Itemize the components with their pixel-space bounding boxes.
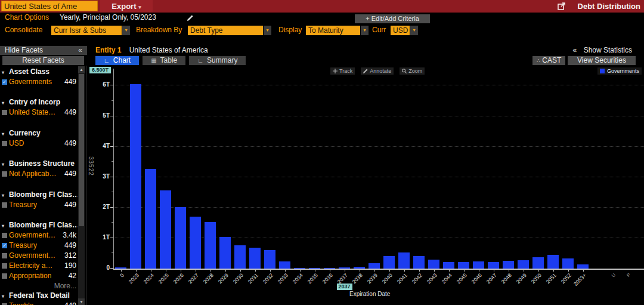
- checkbox-checked-icon[interactable]: ✓: [2, 79, 7, 85]
- bar-2044[interactable]: [443, 262, 454, 269]
- display-dropdown[interactable]: To Maturity ▾: [306, 26, 369, 35]
- tab-table[interactable]: ▦Table: [143, 56, 185, 65]
- show-statistics-button[interactable]: « Show Statistics: [573, 46, 632, 55]
- scroll-up-icon[interactable]: ▲: [78, 66, 85, 73]
- checkbox-unchecked-icon[interactable]: [2, 171, 7, 177]
- bar-2052[interactable]: [562, 258, 574, 269]
- facet-item[interactable]: Electricity a…190: [0, 261, 78, 271]
- tab-chart[interactable]: ∟Chart: [95, 56, 139, 65]
- checkbox-unchecked-icon[interactable]: [2, 141, 7, 146]
- caret-down-icon[interactable]: ▾: [122, 26, 130, 35]
- bar-2034[interactable]: [294, 268, 305, 269]
- checkbox-unchecked-icon[interactable]: [2, 273, 7, 279]
- facet-item-label[interactable]: Not Applicab…: [9, 169, 56, 179]
- chart-tool-zoom[interactable]: Zoom: [400, 67, 425, 75]
- hide-facets-button[interactable]: Hide Facets «: [0, 46, 87, 55]
- consolidate-dropdown[interactable]: Curr Issr & Subs ▾: [51, 26, 130, 35]
- bar-2038[interactable]: [354, 267, 365, 269]
- facet-item-label[interactable]: Government…: [9, 251, 55, 261]
- currency-dropdown[interactable]: USD ▾: [391, 26, 418, 35]
- edit-add-criteria-button[interactable]: + Edit/Add Criteria: [355, 14, 430, 23]
- bar-2040[interactable]: [383, 256, 395, 269]
- facet-item-label[interactable]: Electricity a…: [9, 261, 52, 271]
- checkbox-unchecked-icon[interactable]: [2, 202, 7, 208]
- bar-2047[interactable]: [488, 262, 499, 269]
- bar-2036[interactable]: [324, 268, 335, 269]
- bar-2039[interactable]: [369, 263, 380, 269]
- bar-2046[interactable]: [473, 261, 484, 269]
- scroll-down-icon[interactable]: ▼: [78, 298, 85, 305]
- chevron-down-icon[interactable]: ▾: [2, 129, 4, 139]
- chevron-down-icon[interactable]: ▾: [2, 159, 4, 170]
- facet-item[interactable]: Treasury449: [0, 200, 78, 210]
- pencil-icon[interactable]: [187, 14, 194, 21]
- maturity-distribution-chart[interactable]: 6.500T 33522 TrackAnnotateZoom Governmen…: [87, 66, 644, 305]
- bar-2030[interactable]: [234, 245, 246, 269]
- facet-item[interactable]: Appropriation42: [0, 271, 78, 281]
- facet-item[interactable]: Not Applicab…449: [0, 169, 78, 179]
- facet-item-label[interactable]: Taxable: [9, 301, 33, 305]
- checkbox-unchecked-icon[interactable]: [2, 263, 7, 269]
- bar-2028[interactable]: [205, 222, 216, 269]
- chevron-down-icon[interactable]: ▾: [2, 67, 4, 78]
- bar-2050[interactable]: [532, 257, 544, 269]
- export-menu-button[interactable]: Export ▾: [100, 0, 153, 13]
- bar-2026[interactable]: [175, 207, 186, 269]
- facet-section-header[interactable]: ▾Cntry of Incorp: [0, 97, 78, 107]
- bar-2025[interactable]: [160, 190, 171, 269]
- chart-tool-annotate[interactable]: Annotate: [361, 67, 394, 75]
- facet-item[interactable]: Government…3.4k: [0, 230, 78, 241]
- facet-section-header[interactable]: ▾Currency: [0, 128, 78, 138]
- bar-2042[interactable]: [413, 256, 425, 269]
- facet-item-label[interactable]: Government…: [9, 230, 55, 241]
- facet-more-link[interactable]: More...: [0, 281, 78, 291]
- bar-2048[interactable]: [503, 261, 514, 269]
- checkbox-checked-icon[interactable]: ✓: [2, 243, 7, 248]
- facet-item[interactable]: Government…312: [0, 251, 78, 261]
- caret-down-icon[interactable]: ▾: [410, 26, 418, 35]
- facet-section-header[interactable]: ▾Asset Class: [0, 67, 78, 77]
- reset-facets-button[interactable]: Reset Facets: [2, 56, 84, 65]
- cast-button[interactable]: ∴ CAST: [532, 56, 565, 65]
- bar-2031[interactable]: [249, 248, 261, 269]
- caret-down-icon[interactable]: ▾: [361, 26, 369, 35]
- bar-2041[interactable]: [398, 252, 410, 269]
- bar-2029[interactable]: [219, 237, 231, 269]
- chevron-down-icon[interactable]: ▾: [2, 221, 4, 231]
- facets-scrollbar[interactable]: ▲ ▼: [78, 66, 85, 305]
- facet-section-header[interactable]: ▾Business Structure: [0, 159, 78, 169]
- checkbox-unchecked-icon[interactable]: [2, 233, 7, 238]
- facet-item[interactable]: ✓Treasury449: [0, 241, 78, 251]
- facet-section-header[interactable]: ▾Federal Tax Detail: [0, 291, 78, 301]
- bar-2043[interactable]: [428, 260, 439, 269]
- checkbox-unchecked-icon[interactable]: [2, 110, 7, 115]
- facet-item-label[interactable]: United State…: [9, 107, 55, 118]
- bar-2037[interactable]: [339, 267, 350, 269]
- caret-down-icon[interactable]: ▾: [264, 26, 271, 35]
- chevron-down-icon[interactable]: ▾: [2, 291, 4, 301]
- security-search-input[interactable]: United States of Ame: [1, 1, 98, 11]
- chevron-down-icon[interactable]: ▾: [2, 190, 4, 201]
- bar-2033[interactable]: [279, 261, 290, 269]
- bar-2023[interactable]: [130, 84, 141, 269]
- tab-summary[interactable]: ∟Summary: [189, 56, 246, 65]
- view-securities-button[interactable]: View Securities: [568, 56, 636, 65]
- facet-item-label[interactable]: Treasury: [9, 241, 37, 251]
- chart-tool-track[interactable]: Track: [330, 67, 355, 75]
- bar-2024[interactable]: [145, 169, 156, 269]
- facet-item-label[interactable]: Appropriation: [9, 271, 51, 281]
- facet-item[interactable]: United State…449: [0, 107, 78, 118]
- facet-item[interactable]: USD449: [0, 138, 78, 149]
- facet-item-label[interactable]: USD: [9, 138, 24, 149]
- facet-section-header[interactable]: ▾Bloomberg FI Clas…: [0, 220, 78, 230]
- bar-2051[interactable]: [547, 255, 559, 269]
- bar-0[interactable]: [115, 267, 126, 269]
- facet-item[interactable]: ✓Governments449: [0, 77, 78, 87]
- facet-item[interactable]: Taxable449: [0, 301, 78, 305]
- chevron-down-icon[interactable]: ▾: [2, 98, 4, 108]
- bar-2049[interactable]: [518, 260, 529, 269]
- scrollbar-thumb[interactable]: [79, 74, 84, 226]
- facet-item-label[interactable]: Governments: [9, 77, 52, 87]
- bar-2032[interactable]: [264, 250, 275, 269]
- bar-2053+[interactable]: [577, 264, 589, 269]
